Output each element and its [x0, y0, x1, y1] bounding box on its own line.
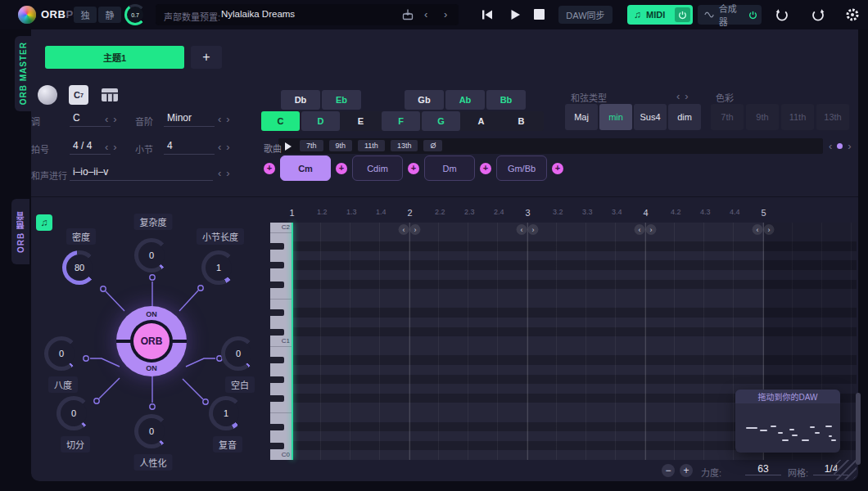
settings-gear-icon[interactable]: [845, 7, 860, 22]
key-stepper-icons[interactable]: ‹›: [105, 113, 122, 125]
knob-切分[interactable]: 0: [57, 396, 91, 430]
resize-handle[interactable]: [834, 460, 857, 480]
chord-view-icon[interactable]: C7: [69, 85, 88, 105]
synth-toggle[interactable]: 合成器: [698, 5, 762, 25]
extension-7th[interactable]: 7th: [300, 140, 323, 151]
redo-icon[interactable]: [811, 7, 825, 22]
vertical-scrollbar[interactable]: [856, 393, 861, 465]
song-play-icon[interactable]: [285, 142, 292, 151]
note-key-A[interactable]: A: [462, 111, 500, 131]
preset-prev-icon[interactable]: ‹: [424, 8, 427, 20]
stop-icon[interactable]: [534, 9, 545, 20]
chord-bound-next-icon[interactable]: ›: [764, 224, 775, 235]
note-key-B[interactable]: B: [502, 111, 540, 131]
color-11th[interactable]: 11th: [781, 104, 814, 130]
add-chord-button[interactable]: +: [336, 163, 347, 174]
knob-密度[interactable]: 80: [62, 250, 97, 285]
pager-prev-icon[interactable]: ‹: [829, 140, 832, 152]
master-volume-knob[interactable]: 0.7: [124, 4, 146, 25]
timesig-stepper-icons[interactable]: ‹›: [105, 141, 122, 153]
chord-bound-next-icon[interactable]: ›: [528, 224, 539, 235]
progression-stepper-icons[interactable]: ‹›: [218, 167, 235, 179]
extension-9th[interactable]: 9th: [329, 140, 353, 151]
chord-bound-prev-icon[interactable]: ‹: [517, 224, 527, 235]
midi-power-icon[interactable]: [675, 7, 690, 22]
tab-orb-arp[interactable]: ORB 琶音: [11, 199, 29, 264]
chord-bound-next-icon[interactable]: ›: [410, 224, 421, 235]
orb-view-icon[interactable]: [38, 85, 57, 105]
orb-core[interactable]: ORB: [133, 323, 170, 359]
piano-key-black[interactable]: [270, 395, 284, 402]
piano-key-black[interactable]: [270, 243, 284, 250]
zoom-out-button[interactable]: −: [662, 464, 675, 477]
preset-next-icon[interactable]: ›: [444, 8, 447, 20]
piano-key-black[interactable]: [270, 329, 284, 336]
bars-stepper-icons[interactable]: ‹›: [218, 141, 235, 153]
chord-block-Dm[interactable]: Dm: [424, 155, 475, 181]
note-key-Eb[interactable]: Eb: [322, 90, 361, 110]
add-chord-button[interactable]: +: [408, 163, 419, 174]
note-key-Bb[interactable]: Bb: [486, 90, 526, 110]
daw-sync-button[interactable]: DAW同步: [558, 6, 613, 24]
piano-key-black[interactable]: [270, 357, 284, 363]
note-key-Db[interactable]: Db: [281, 90, 320, 110]
extension-11th[interactable]: 11th: [358, 140, 385, 151]
drag-to-daw-panel[interactable]: 拖动到你的DAW: [735, 390, 840, 453]
velocity-value[interactable]: 63: [745, 463, 781, 475]
chord-block-Cm[interactable]: Cm: [280, 155, 331, 181]
grid-view-icon[interactable]: [100, 86, 120, 104]
note-key-C[interactable]: C: [261, 111, 300, 131]
chord-type-dim[interactable]: dim: [668, 104, 701, 130]
piano-key-black[interactable]: [270, 376, 284, 383]
add-chord-button[interactable]: +: [480, 163, 491, 174]
skip-to-start-icon[interactable]: [481, 8, 494, 21]
timeline-ruler[interactable]: 11.21.31.422.22.32.433.23.33.444.24.34.4…: [292, 208, 857, 221]
note-key-F[interactable]: F: [382, 111, 420, 131]
preset-value[interactable]: Nylalaika Dreams: [221, 9, 295, 19]
pager-next-icon[interactable]: ›: [848, 140, 851, 152]
note-key-Ab[interactable]: Ab: [445, 90, 485, 110]
color-7th[interactable]: 7th: [711, 104, 744, 130]
add-chord-button[interactable]: +: [264, 163, 275, 174]
extension-13th[interactable]: 13th: [391, 140, 418, 151]
add-chord-button[interactable]: +: [552, 163, 563, 174]
chord-bound-prev-icon[interactable]: ‹: [753, 224, 763, 235]
knob-小节长度[interactable]: 1: [201, 250, 236, 285]
chord-type-Maj[interactable]: Maj: [565, 104, 598, 130]
save-preset-icon[interactable]: [401, 8, 414, 21]
play-icon[interactable]: [509, 8, 522, 21]
color-13th[interactable]: 13th: [816, 104, 849, 130]
chord-bound-stepper[interactable]: ‹›: [517, 224, 539, 235]
pager-dot[interactable]: [837, 143, 843, 149]
chord-bound-prev-icon[interactable]: ‹: [635, 224, 645, 235]
chord-type-min[interactable]: min: [599, 104, 632, 130]
piano-key-black[interactable]: [270, 282, 284, 288]
piano-key-black[interactable]: [270, 424, 284, 430]
bars-value[interactable]: 4: [164, 140, 215, 155]
knob-复音[interactable]: 1: [209, 396, 243, 430]
orb-center[interactable]: ON ON ORB: [116, 306, 187, 376]
piano-key-black[interactable]: [270, 262, 284, 268]
progression-value[interactable]: i–io–ii–v: [70, 166, 213, 181]
note-key-E[interactable]: E: [341, 111, 380, 131]
chord-block-Cdim[interactable]: Cdim: [352, 155, 403, 181]
color-9th[interactable]: 9th: [746, 104, 779, 130]
chord-block-Gm-Bb[interactable]: Gm/Bb: [496, 155, 547, 181]
note-key-D[interactable]: D: [301, 111, 340, 131]
chord-bound-stepper[interactable]: ‹›: [635, 224, 657, 235]
chord-bound-stepper[interactable]: ‹›: [399, 224, 421, 235]
chord-type-Sus4[interactable]: Sus4: [634, 104, 667, 130]
scale-value[interactable]: Minor: [164, 112, 215, 127]
knob-复杂度[interactable]: 0: [134, 238, 169, 273]
knob-八度[interactable]: 0: [44, 336, 79, 371]
chord-bound-stepper[interactable]: ‹›: [753, 224, 775, 235]
piano-keyboard[interactable]: C2C1C0: [270, 223, 292, 460]
knob-人性化[interactable]: 0: [134, 414, 169, 448]
solo-button[interactable]: 独: [74, 7, 97, 23]
piano-key-black[interactable]: [270, 443, 284, 449]
zoom-in-button[interactable]: +: [680, 464, 693, 477]
add-theme-button[interactable]: +: [191, 46, 222, 69]
mute-button[interactable]: 静: [98, 7, 121, 23]
chord-bound-next-icon[interactable]: ›: [646, 224, 657, 235]
scale-stepper-icons[interactable]: ‹›: [218, 113, 235, 125]
